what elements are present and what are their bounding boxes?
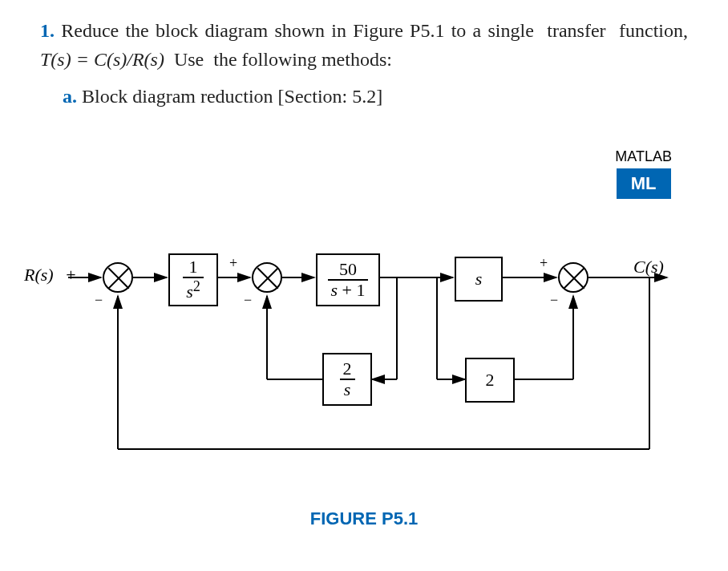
- block-h1-den: s: [341, 380, 354, 399]
- block-g1-den: s2: [183, 278, 204, 302]
- block-g2-den: s + 1: [328, 281, 369, 300]
- sum3-plus-sign: +: [540, 255, 548, 272]
- figure-caption: FIGURE P5.1: [0, 508, 728, 529]
- subitem-text: Block diagram reduction [Section: 5.2]: [82, 86, 382, 107]
- sum1-minus-sign: −: [95, 292, 103, 309]
- sum2-minus-sign: −: [244, 292, 252, 309]
- sum-junction-2: [252, 262, 282, 293]
- block-h1-num: 2: [340, 359, 355, 379]
- ml-badge: ML: [617, 168, 671, 199]
- sum-junction-1: [103, 262, 133, 293]
- matlab-badge-area: MATLAB ML: [615, 148, 672, 199]
- sum3-minus-sign: −: [550, 292, 558, 309]
- sum2-plus-sign: +: [229, 255, 237, 272]
- subitem: a. Block diagram reduction [Section: 5.2…: [40, 82, 688, 111]
- problem-number: 1.: [40, 20, 55, 41]
- problem-text-part1: Reduce the block diagram shown in Figure…: [61, 20, 688, 41]
- block-g2-num: 50: [336, 260, 360, 279]
- block-g1-num: 1: [185, 257, 200, 277]
- block-g2: 50 s + 1: [316, 253, 380, 306]
- block-h1: 2 s: [322, 353, 372, 406]
- problem-text-part2: Use the following methods:: [169, 49, 392, 70]
- output-label: C(s): [633, 257, 664, 277]
- problem-tf: T(s) = C(s)/R(s): [40, 49, 169, 70]
- block-g1: 1 s2: [168, 253, 218, 306]
- sum1-plus-sign: +: [66, 265, 75, 285]
- input-label: R(s) +: [24, 265, 76, 286]
- matlab-label: MATLAB: [615, 148, 672, 165]
- subitem-label: a.: [63, 86, 77, 107]
- block-h2: 2: [465, 358, 515, 403]
- problem-statement: 1. Reduce the block diagram shown in Fig…: [40, 16, 688, 111]
- sum-junction-3: [558, 262, 588, 293]
- block-g3: s: [455, 257, 503, 302]
- block-diagram: R(s) + − 1 s2 + − 50 s + 1 s + − C(s) 2: [40, 239, 681, 528]
